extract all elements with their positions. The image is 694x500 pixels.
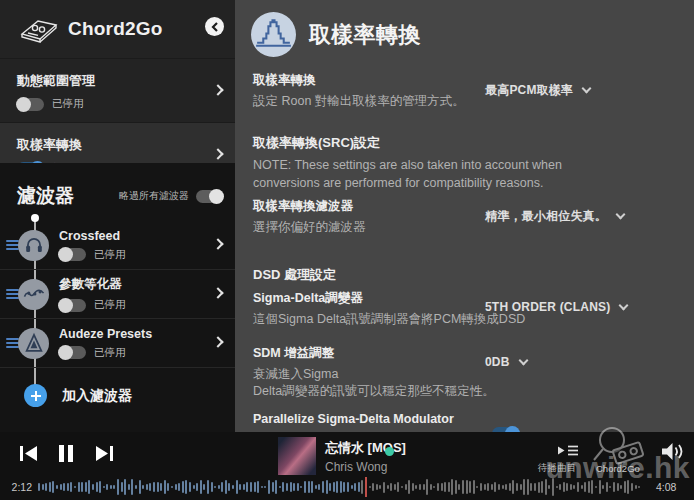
section-dsd-processing: DSD 處理設定 (253, 266, 688, 284)
chevron-right-icon (212, 84, 223, 95)
sdm-dropdown[interactable]: 5TH ORDER (CLANS) (485, 300, 627, 314)
back-chevron-icon (211, 22, 219, 32)
previous-track-button[interactable] (20, 446, 37, 461)
chord2go-device-icon (16, 13, 60, 45)
add-filter-label: 加入濾波器 (62, 387, 132, 405)
sidebar-item-dynamic-range[interactable]: 動態範圍管理 已停用 (0, 58, 235, 122)
track-title[interactable]: 忘情水 [MQS] (325, 439, 406, 457)
filters-header: 濾波器 略過所有濾波器 (0, 163, 235, 221)
setting-description: 設定 Roon 對輸出取樣率的管理方式。 (253, 93, 688, 110)
section-src-settings: 取樣率轉換(SRC)設定 NOTE: These settings are al… (253, 134, 688, 192)
toggle-status-label: 已停用 (94, 298, 126, 312)
bypass-filters-label: 略過所有濾波器 (119, 189, 189, 203)
chevron-right-icon (212, 287, 223, 298)
filter-item-crossfeed[interactable]: Crossfeed 已停用 (0, 221, 235, 270)
toggle-status-label: 已停用 (94, 346, 126, 360)
chevron-down-icon (616, 210, 626, 220)
setting-description: 衰減進入Sigma Delta調變器的訊號可以穩定那些不穩定性。 (253, 366, 688, 400)
volume-button[interactable] (660, 441, 685, 466)
sidebar-header: Chord2Go (0, 0, 235, 58)
page-title: 取樣率轉換 (309, 20, 421, 50)
signal-quality-indicator[interactable] (385, 447, 394, 456)
sidebar-item-label: 動態範圍管理 (17, 72, 205, 90)
setting-label: Parallelize Sigma-Delta Modulator (253, 412, 688, 426)
section-title: 取樣率轉換(SRC)設定 (253, 134, 688, 152)
chevron-down-icon (619, 300, 629, 310)
audeze-presets-toggle[interactable] (59, 346, 86, 359)
filter-label: 參數等化器 (59, 276, 126, 293)
filter-label: Audeze Presets (59, 327, 152, 341)
section-title: DSD 處理設定 (253, 266, 688, 284)
filter-label: Crossfeed (59, 229, 126, 243)
headphones-icon (18, 230, 49, 261)
toggle-status-label: 已停用 (94, 248, 126, 262)
setting-label: SDM 增益調整 (253, 345, 688, 362)
player-bar: 忘情水 [MQS] Chris Wong 待播曲目 Chord2Go 2:12 (0, 432, 694, 500)
total-time: 4:08 (656, 481, 694, 493)
chevron-right-icon (212, 238, 223, 249)
dsp-sidebar: Chord2Go 動態範圍管理 已停用 取樣率轉換 啟用 濾波器 (0, 0, 235, 500)
roon-dsp-window: Chord2Go 動態範圍管理 已停用 取樣率轉換 啟用 濾波器 (0, 0, 694, 500)
bypass-filters-toggle[interactable] (196, 190, 223, 203)
sidebar-item-label: 取樣率轉換 (17, 136, 205, 154)
setting-row-src-filter: 取樣率轉換濾波器 選擇你偏好的濾波器 精準，最小相位失真。 (253, 198, 688, 236)
seek-strip: 2:12 4:08 (0, 477, 694, 497)
plus-icon (24, 384, 47, 407)
queue-button[interactable] (556, 442, 580, 463)
track-artist[interactable]: Chris Wong (325, 460, 406, 474)
add-filter-button[interactable]: 加入濾波器 (0, 368, 235, 423)
setting-label: 取樣率轉換 (253, 72, 688, 89)
chevron-right-icon (212, 336, 223, 347)
eq-curve-icon (18, 279, 49, 310)
zone-title: Chord2Go (68, 18, 163, 40)
next-track-button[interactable] (96, 446, 113, 461)
elapsed-time: 2:12 (0, 481, 32, 493)
chevron-down-icon (582, 84, 592, 94)
sample-rate-conversion-panel: 取樣率轉換 取樣率轉換 設定 Roon 對輸出取樣率的管理方式。 最高PCM取樣… (235, 0, 694, 500)
filter-item-parametric-eq[interactable]: 參數等化器 已停用 (0, 270, 235, 319)
filter-item-audeze-presets[interactable]: Audeze Presets 已停用 (0, 319, 235, 368)
sdm-gain-dropdown[interactable]: 0DB (485, 355, 527, 369)
chevron-right-icon (212, 148, 223, 159)
waveform-seekbar[interactable] (38, 477, 650, 497)
setting-row-sample-rate: 取樣率轉換 設定 Roon 對輸出取樣率的管理方式。 最高PCM取樣率 (253, 72, 688, 110)
src-filter-dropdown[interactable]: 精準，最小相位失真。 (485, 208, 624, 225)
sample-rate-dropdown[interactable]: 最高PCM取樣率 (485, 82, 590, 99)
section-note: NOTE: These settings are also taken into… (253, 157, 598, 192)
crossfeed-toggle[interactable] (59, 248, 86, 261)
playhead (365, 477, 367, 497)
chevron-down-icon (518, 355, 528, 365)
setting-row-sdm-gain: SDM 增益調整 衰減進入Sigma Delta調變器的訊號可以穩定那些不穩定性… (253, 345, 688, 400)
zone-label[interactable]: Chord2Go (596, 463, 640, 474)
audeze-logo-icon (18, 328, 49, 359)
queue-label: 待播曲目 (538, 462, 576, 475)
parametric-eq-toggle[interactable] (59, 299, 86, 312)
setting-row-sdm: Sigma-Delta調變器 這個Sigma Delta訊號調制器會將PCM轉換… (253, 290, 688, 328)
dynamic-range-toggle[interactable] (17, 98, 44, 111)
pause-button[interactable] (59, 445, 74, 462)
back-button[interactable] (205, 17, 224, 36)
toggle-status-label: 已停用 (52, 97, 84, 111)
album-art[interactable] (278, 437, 316, 475)
sample-rate-icon (251, 12, 296, 57)
